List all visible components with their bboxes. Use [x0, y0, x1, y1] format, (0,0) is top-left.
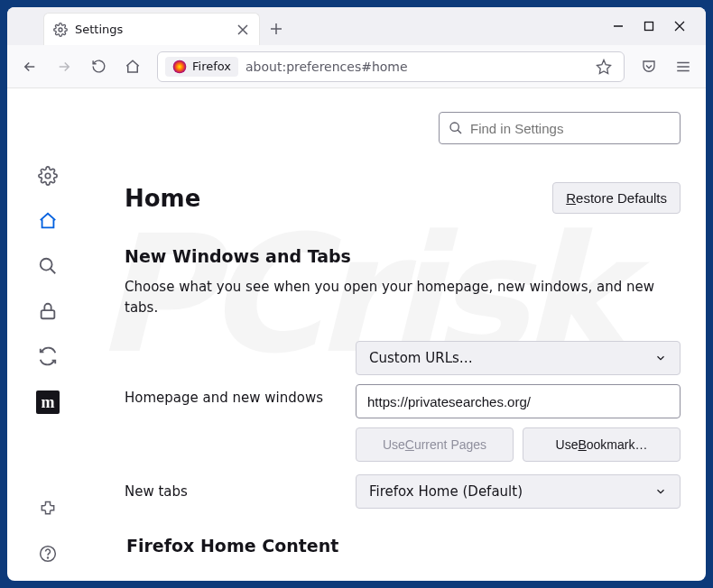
chevron-down-icon [654, 352, 667, 364]
homepage-url-input[interactable] [356, 384, 681, 418]
reload-button[interactable] [83, 51, 114, 82]
svg-point-0 [59, 28, 62, 32]
restore-defaults-button[interactable]: Restore Defaults [552, 182, 681, 214]
window-close-button[interactable] [673, 20, 686, 32]
use-bookmark-button[interactable]: Use Bookmark… [523, 427, 681, 462]
tab-bar: Settings [7, 7, 706, 45]
svg-point-7 [48, 557, 49, 558]
section-description: Choose what you see when you open your h… [125, 277, 681, 317]
bookmark-star-button[interactable] [591, 54, 616, 79]
search-icon [449, 121, 463, 135]
sidebar-general-icon[interactable] [37, 165, 59, 187]
sidebar-search-icon[interactable] [37, 255, 59, 277]
svg-rect-1 [645, 23, 653, 31]
homepage-select-value: Custom URLs… [369, 350, 473, 366]
sidebar-more-from-mozilla-icon[interactable]: m [36, 390, 60, 414]
svg-point-2 [173, 60, 187, 73]
nav-bar: Firefox about:preferences#home [7, 45, 706, 88]
homepage-select[interactable]: Custom URLs… [356, 341, 681, 375]
use-current-pages-button[interactable]: Use Current Pages [356, 427, 514, 462]
sidebar-privacy-icon[interactable] [37, 300, 59, 322]
svg-point-3 [45, 173, 51, 179]
newtabs-select-value: Firefox Home (Default) [369, 483, 523, 500]
section-heading: New Windows and Tabs [125, 246, 681, 266]
firefox-logo-icon [172, 60, 187, 74]
firefox-home-content-heading: Firefox Home Content [126, 536, 681, 556]
chevron-down-icon [654, 485, 667, 498]
homepage-label: Homepage and new windows [125, 341, 341, 406]
main-content: Home Restore Defaults New Windows and Ta… [88, 88, 706, 581]
svg-point-8 [450, 123, 458, 131]
new-tab-button[interactable] [260, 13, 292, 45]
sidebar-help-icon[interactable] [37, 543, 59, 565]
home-button[interactable] [117, 51, 148, 82]
forward-button[interactable] [49, 51, 79, 82]
back-button[interactable] [14, 51, 45, 82]
app-menu-button[interactable] [668, 51, 699, 82]
sidebar-home-icon[interactable] [37, 210, 59, 232]
close-tab-icon[interactable] [236, 23, 250, 37]
newtabs-select[interactable]: Firefox Home (Default) [356, 474, 681, 509]
sidebar: m [7, 88, 88, 581]
newtabs-label: New tabs [125, 483, 341, 500]
sidebar-extensions-icon[interactable] [37, 498, 59, 519]
url-bar[interactable]: Firefox about:preferences#home [157, 51, 625, 82]
brand-label: Firefox [192, 60, 231, 73]
window-maximize-button[interactable] [643, 20, 655, 32]
identity-box[interactable]: Firefox [165, 57, 238, 77]
save-to-pocket-button[interactable] [634, 51, 664, 82]
page-title: Home [125, 185, 200, 212]
window-minimize-button[interactable] [612, 20, 625, 32]
sidebar-sync-icon[interactable] [37, 345, 59, 367]
tab-title: Settings [75, 23, 228, 36]
svg-rect-5 [42, 310, 55, 318]
browser-tab[interactable]: Settings [43, 13, 260, 45]
find-in-settings-input[interactable] [470, 121, 671, 136]
svg-point-4 [41, 259, 52, 271]
gear-icon [53, 23, 68, 37]
url-text: about:preferences#home [245, 60, 584, 74]
find-in-settings-box[interactable] [439, 112, 681, 144]
